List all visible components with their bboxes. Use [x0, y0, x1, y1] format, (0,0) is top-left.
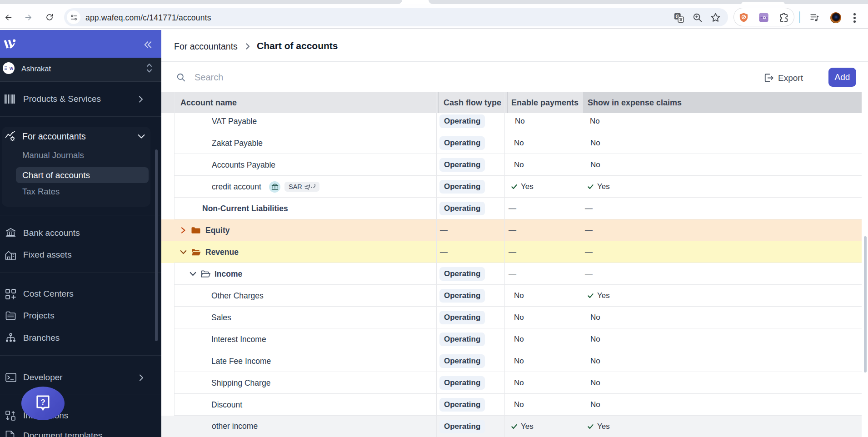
svg-text:?: ?: [40, 398, 45, 407]
svg-text:W: W: [10, 66, 13, 71]
